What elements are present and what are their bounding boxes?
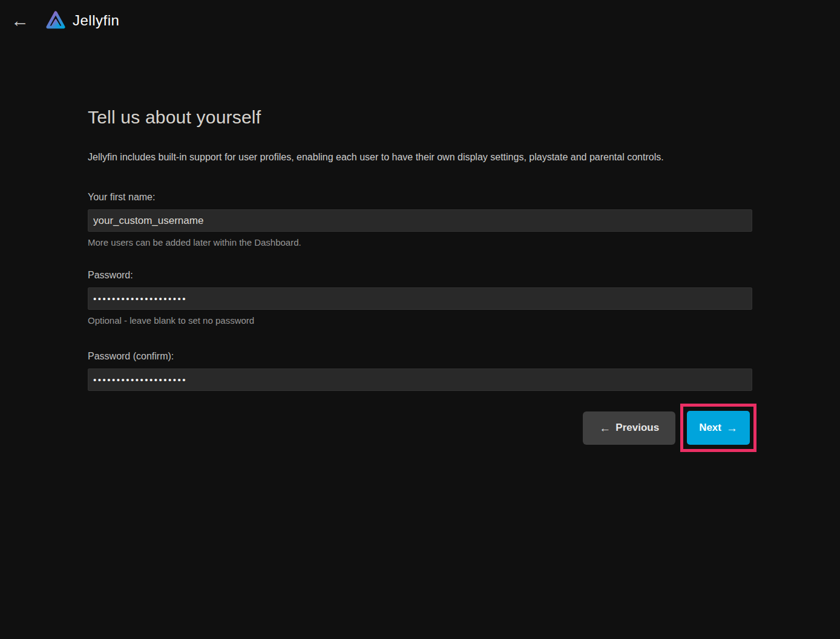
logo-text: Jellyfin [73, 12, 119, 29]
arrow-right-icon: → [726, 422, 738, 434]
password-confirm-label: Password (confirm): [88, 351, 752, 361]
password-confirm-input[interactable] [88, 369, 752, 391]
previous-button[interactable]: ← Previous [583, 411, 675, 445]
password-input[interactable] [88, 287, 752, 310]
app-header: ← Jellyfin [0, 0, 840, 41]
password-confirm-group: Password (confirm): [88, 351, 752, 391]
first-name-group: Your first name: More users can be added… [88, 192, 752, 247]
arrow-left-icon: ← [599, 422, 611, 434]
password-help: Optional - leave blank to set no passwor… [88, 315, 752, 326]
wizard-nav-buttons: ← Previous Next → [88, 404, 752, 452]
first-name-input[interactable] [88, 209, 752, 232]
password-label: Password: [88, 270, 752, 280]
password-group: Password: Optional - leave blank to set … [88, 270, 752, 326]
next-button-label: Next [699, 422, 721, 434]
page-title: Tell us about yourself [88, 106, 752, 128]
page-description: Jellyfin includes built-in support for u… [88, 151, 752, 163]
next-button-highlight-annotation: Next → [680, 404, 756, 452]
first-name-label: Your first name: [88, 192, 752, 202]
jellyfin-logo-icon [45, 8, 67, 33]
next-button[interactable]: Next → [687, 411, 750, 445]
back-arrow-icon[interactable]: ← [11, 11, 31, 30]
wizard-user-page: Tell us about yourself Jellyfin includes… [88, 106, 752, 452]
first-name-help: More users can be added later within the… [88, 237, 752, 247]
previous-button-label: Previous [615, 422, 659, 434]
